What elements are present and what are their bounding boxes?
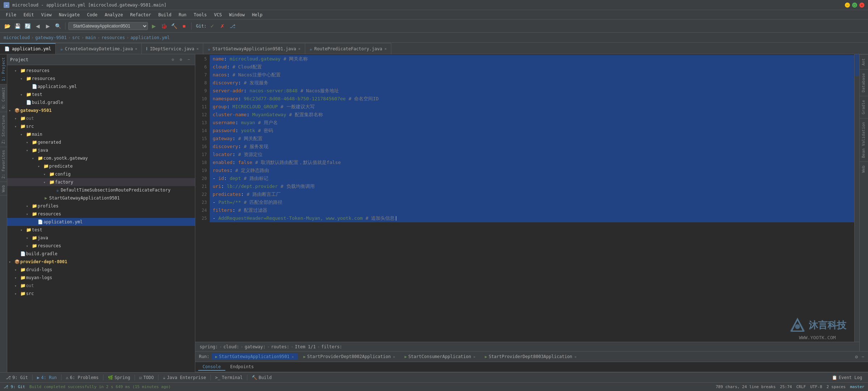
menu-item-view[interactable]: View (38, 12, 55, 18)
menu-item-navigate[interactable]: Navigate (56, 12, 83, 18)
git-cross-button[interactable]: ✗ (218, 22, 227, 30)
bottom-tool-event-log[interactable]: 📋 Event Log (829, 374, 865, 381)
left-panel-tab-commit[interactable]: 0: Commit (0, 84, 7, 112)
right-tab-gradle[interactable]: Gradle (860, 96, 868, 118)
console-tab-console[interactable]: Console (198, 363, 225, 371)
tree-item-src-provider[interactable]: ▾ 📁 src (7, 290, 195, 298)
toolbar-build-button[interactable]: 🔨 (170, 22, 178, 30)
status-line-ending[interactable]: CRLF (796, 384, 806, 389)
menu-item-file[interactable]: File (3, 12, 19, 18)
tree-item-resources-test[interactable]: ▾ 📁 resources (7, 242, 195, 250)
run-tab-consumer[interactable]: ▶ StartConsumerApplication ✕ (401, 353, 479, 360)
breadcrumb-microcloud[interactable]: microcloud (4, 35, 30, 40)
tree-item-application-yml-selected[interactable]: 📄 application.yml (7, 218, 195, 226)
tab-application-yml[interactable]: 📄 application.yml (0, 43, 56, 54)
toolbar-open-button[interactable]: 📂 (3, 22, 12, 30)
bottom-tool-todo[interactable]: ☑ TODO (136, 374, 157, 381)
menu-item-analyze[interactable]: Analyze (102, 12, 126, 18)
git-branch-button[interactable]: ⎇ (228, 22, 237, 30)
status-indentation[interactable]: 2 spaces (826, 384, 846, 389)
code-content[interactable]: name: microcloud.gateway # 网关名称 cloud: #… (210, 54, 854, 342)
tree-item-out[interactable]: ▾ 📁 out (7, 114, 195, 122)
toolbar-save-button[interactable]: 💾 (13, 22, 22, 30)
tree-item-provider-dept-8001[interactable]: ▾ 📦 provider-dept-8001 (7, 258, 195, 266)
tab-close-4[interactable]: ✕ (384, 47, 387, 51)
tab-idept-service[interactable]: Ⅰ IDeptService.java ✕ (142, 43, 203, 54)
toolbar-forward-button[interactable]: ▶ (43, 22, 52, 30)
tree-item-java-test[interactable]: ▾ 📁 java (7, 234, 195, 242)
run-tab-close-3[interactable]: ✕ (473, 355, 476, 359)
menu-item-tools[interactable]: Tools (191, 12, 210, 18)
breadcrumb-src[interactable]: src (72, 35, 80, 40)
menu-item-build[interactable]: Build (156, 12, 174, 18)
console-tab-endpoints[interactable]: Endpoints (226, 363, 258, 371)
tree-item-application-yml-inner[interactable]: 📄 application.yml (7, 83, 195, 91)
tree-item-build-gradle-gateway[interactable]: 📄 build.gradle (7, 250, 195, 258)
tree-item-out-provider[interactable]: ▾ 📁 out (7, 282, 195, 290)
bottom-tool-build[interactable]: 🔨 Build (249, 374, 275, 381)
toolbar-search-button[interactable]: 🔍 (54, 22, 62, 30)
toolbar-sync-button[interactable]: 🔄 (23, 22, 32, 30)
tree-item-main[interactable]: ▾ 📁 main (7, 130, 195, 138)
toolbar-debug-button[interactable]: 🐞 (159, 22, 168, 30)
bottom-tool-java-enterprise[interactable]: ☕ Java Enterprise (160, 374, 209, 381)
tab-close-1[interactable]: ✕ (135, 47, 137, 51)
left-panel-tab-web[interactable]: Web (0, 182, 7, 196)
bottom-tool-problems[interactable]: ⚠ 6: Problems (63, 374, 102, 381)
tree-item-generated[interactable]: ▾ 📁 generated (7, 138, 195, 146)
tree-item-resources-top[interactable]: ▾ 📁 resources (7, 67, 195, 75)
breadcrumb-main[interactable]: main (85, 35, 96, 40)
tree-item-default-time[interactable]: ☕ DefaultTimeSubsectionRoutePredicateFac… (7, 186, 195, 194)
tree-item-resources-inner[interactable]: ▾ 📁 resources (7, 75, 195, 83)
status-encoding[interactable]: UTF-8 (810, 384, 822, 389)
panel-icon-scope[interactable]: ⊙ (170, 56, 176, 63)
run-tab-provider-8003[interactable]: ▶ StartProviderDept8003Application ✕ (481, 353, 580, 360)
run-tab-close-2[interactable]: ✕ (393, 355, 395, 359)
tab-close-3[interactable]: ✕ (298, 47, 301, 51)
menu-item-window[interactable]: Window (226, 12, 247, 18)
run-tab-close-1[interactable]: ✕ (292, 355, 294, 359)
tree-item-resources-main[interactable]: ▾ 📁 resources (7, 210, 195, 218)
run-tab-close-4[interactable]: ✕ (574, 355, 576, 359)
tree-item-java[interactable]: ▾ 📁 java (7, 146, 195, 154)
editor-scroll-bar[interactable] (854, 54, 859, 342)
tree-item-factory[interactable]: ▾ 📁 factory (7, 178, 195, 186)
toolbar-run-button[interactable]: ▶ (149, 22, 158, 30)
panel-icon-collapse[interactable]: − (186, 56, 192, 63)
menu-item-code[interactable]: Code (84, 12, 101, 18)
menu-item-edit[interactable]: Edit (21, 12, 37, 18)
menu-item-run[interactable]: Run (176, 12, 190, 18)
tree-item-druid-logs[interactable]: ▾ 📁 druid-logs (7, 266, 195, 274)
left-panel-tab-project[interactable]: 1: Project (0, 54, 7, 84)
breadcrumb-file[interactable]: application.yml (131, 35, 170, 40)
run-minimize-button[interactable]: − (861, 354, 864, 360)
tree-item-com-yootk[interactable]: ▾ 📁 com.yootk.gateway (7, 154, 195, 162)
run-tab-start-gateway[interactable]: ▶ StartGatewayApplication9501 ✕ (212, 353, 298, 360)
run-settings-button[interactable]: ⚙ (855, 354, 858, 360)
panel-icon-settings[interactable]: ⚙ (178, 56, 184, 63)
tree-item-muyan-logs[interactable]: ▾ 📁 muyan-logs (7, 274, 195, 282)
tree-item-build-gradle-top[interactable]: 📄 build.gradle (7, 98, 195, 106)
bottom-tool-spring[interactable]: 🌿 Spring (105, 374, 133, 381)
tree-item-test-2[interactable]: ▾ 📁 test (7, 226, 195, 234)
toolbar-stop-button[interactable]: ■ (180, 22, 188, 30)
bottom-tool-git[interactable]: ⎇ 9: Git (3, 374, 31, 381)
minimize-button[interactable]: — (845, 3, 850, 8)
tab-start-gateway[interactable]: ☕ StartGatewayApplication9501.java ✕ (203, 43, 305, 54)
right-tab-web[interactable]: Web (860, 161, 868, 176)
maximize-button[interactable]: □ (852, 3, 857, 8)
bottom-tool-terminal[interactable]: >_ Terminal (212, 374, 246, 381)
tree-item-predicate[interactable]: ▾ 📁 predicate (7, 162, 195, 170)
left-panel-tab-structure[interactable]: Z: Structure (0, 112, 7, 147)
status-git[interactable]: ⎇ 9: Git (4, 384, 25, 389)
status-position[interactable]: 25:74 (780, 384, 792, 389)
tree-item-src[interactable]: ▾ 📁 src (7, 122, 195, 130)
tab-create-gateway-datetime[interactable]: ☕ CreateGatewayDatetime.java ✕ (56, 43, 142, 54)
breadcrumb-resources[interactable]: resources (101, 35, 125, 40)
status-branch[interactable]: master (850, 384, 864, 389)
bottom-tool-run[interactable]: ▶ 4: Run (34, 374, 60, 381)
menu-item-help[interactable]: Help (249, 12, 265, 18)
tree-item-profiles[interactable]: ▾ 📁 profiles (7, 202, 195, 210)
menu-item-refactor[interactable]: Refactor (127, 12, 154, 18)
right-tab-ant[interactable]: Ant (860, 54, 868, 69)
